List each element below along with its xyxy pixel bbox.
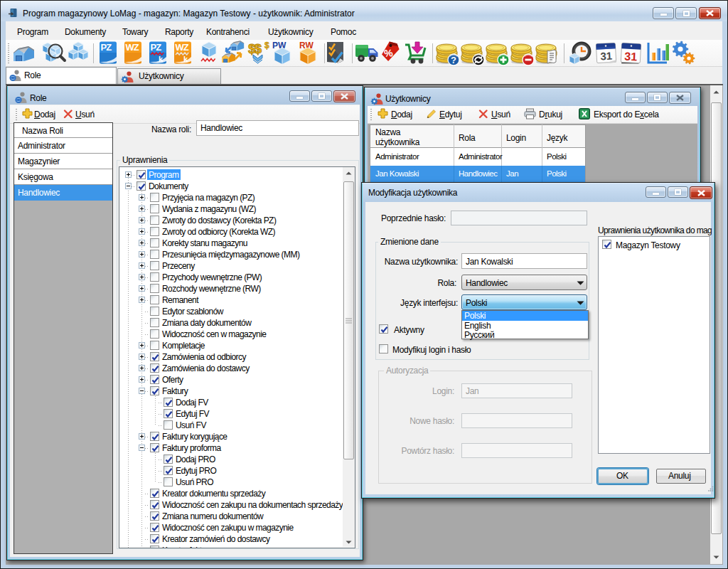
svg-text:k: k [159, 55, 164, 63]
svg-text:WZ: WZ [126, 42, 139, 53]
svg-text:%: % [384, 47, 394, 59]
svg-text:PZ: PZ [151, 42, 162, 53]
svg-text:k: k [183, 55, 188, 63]
svg-text:$$: $$ [248, 41, 262, 56]
svg-text:?: ? [451, 55, 456, 65]
svg-text:31: 31 [624, 50, 638, 63]
svg-text:WZ: WZ [176, 42, 189, 53]
svg-text:PZ: PZ [101, 42, 112, 53]
svg-text:31: 31 [600, 50, 613, 63]
svg-text:$: $ [264, 41, 269, 50]
